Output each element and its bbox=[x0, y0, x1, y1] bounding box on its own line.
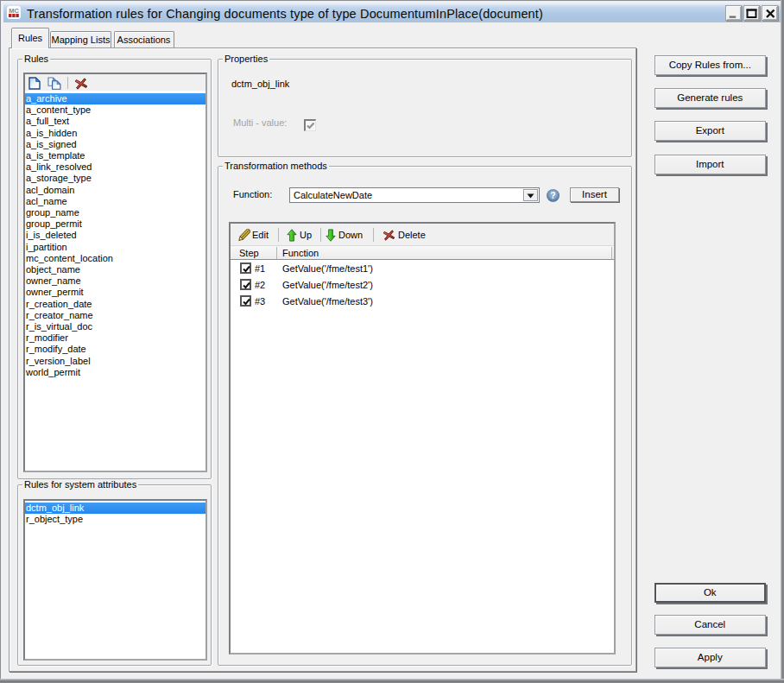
svg-text:MC: MC bbox=[9, 7, 19, 15]
